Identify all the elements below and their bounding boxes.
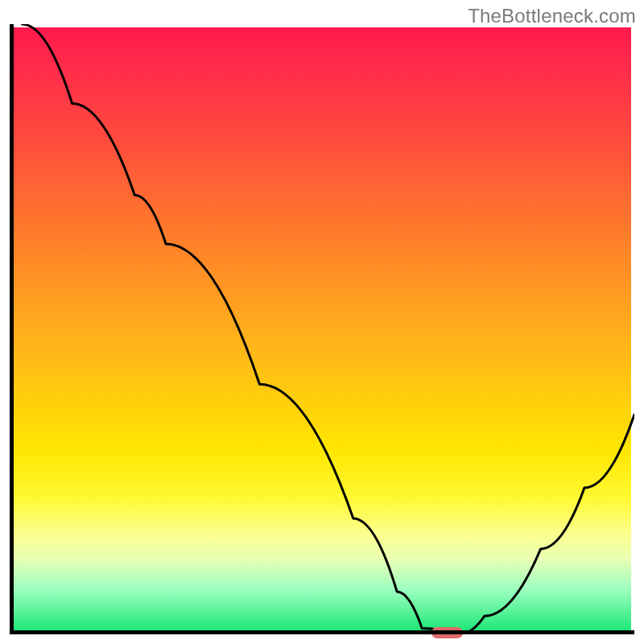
optimum-marker [431, 627, 463, 638]
bottleneck-curve [10, 24, 634, 634]
chart-container: TheBottleneck.com [0, 0, 644, 644]
plot-area [10, 24, 634, 634]
watermark-text: TheBottleneck.com [468, 5, 636, 27]
